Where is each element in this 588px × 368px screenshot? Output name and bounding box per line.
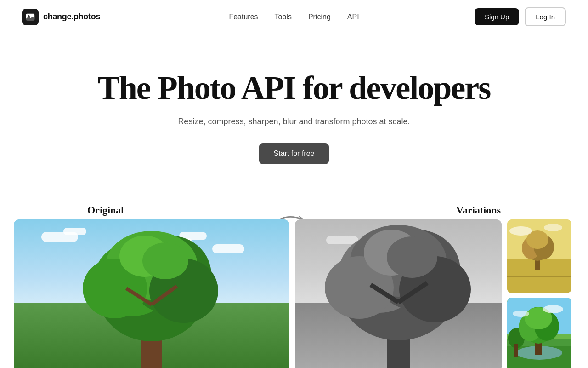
original-image (14, 219, 289, 368)
variation-thumb-2 (507, 298, 571, 368)
login-button[interactable]: Log In (525, 7, 566, 26)
nav-tools[interactable]: Tools (275, 13, 292, 21)
hero-title: The Photo API for developers (22, 71, 566, 106)
variation-1-svg (507, 219, 571, 293)
variation-thumb-1 (507, 219, 571, 293)
start-button[interactable]: Start for free (259, 143, 329, 164)
svg-rect-42 (514, 344, 518, 357)
hero-section: The Photo API for developers Resize, com… (0, 34, 588, 192)
navbar: change.photos Features Tools Pricing API… (0, 0, 588, 34)
logo-text: change.photos (43, 12, 100, 22)
svg-point-48 (543, 305, 563, 313)
svg-point-49 (513, 310, 529, 317)
nav-actions: Sign Up Log In (475, 7, 566, 26)
demo-images (14, 219, 574, 368)
original-label: Original (87, 204, 124, 216)
svg-point-10 (142, 242, 188, 279)
tree-svg-original (14, 219, 289, 368)
logo-icon (22, 9, 39, 25)
nav-pricing[interactable]: Pricing (308, 13, 331, 21)
svg-point-22 (387, 236, 437, 278)
svg-point-35 (544, 224, 562, 231)
bw-image (295, 219, 502, 368)
nav-links: Features Tools Pricing API (229, 13, 359, 21)
logo-svg (25, 12, 35, 22)
variation-2-svg (507, 298, 571, 368)
logo-link[interactable]: change.photos (22, 9, 100, 25)
hero-subtitle: Resize, compress, sharpen, blur and tran… (22, 117, 566, 126)
signup-button[interactable]: Sign Up (475, 8, 519, 25)
variations-panel (507, 219, 574, 368)
nav-api[interactable]: API (347, 13, 359, 21)
demo-section: Original Variations (0, 192, 588, 368)
variations-label: Variations (456, 204, 501, 216)
tree-svg-bw (295, 219, 502, 368)
svg-point-34 (509, 226, 532, 236)
nav-features[interactable]: Features (229, 13, 258, 21)
